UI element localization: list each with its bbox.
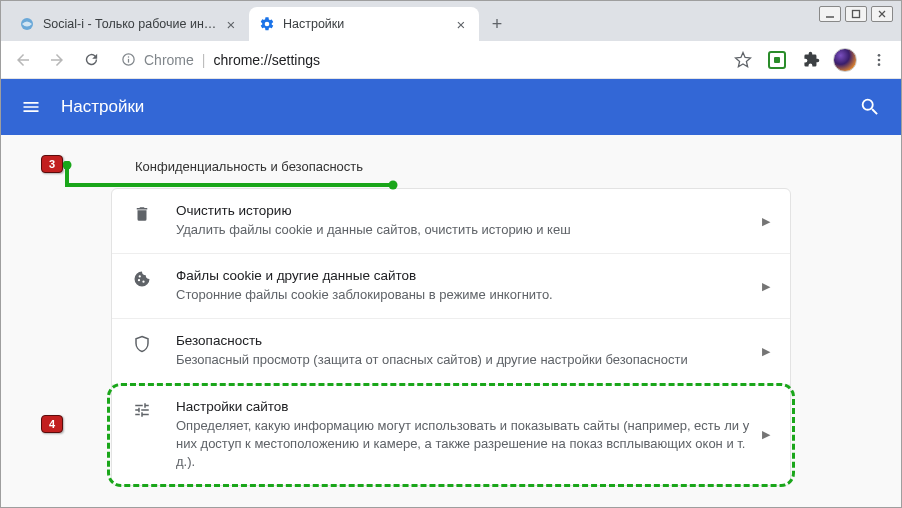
settings-card: Очистить историю Удалить файлы cookie и … [111,188,791,486]
annotation-badge-4: 4 [41,415,63,433]
settings-header: Настройки [1,79,901,135]
tab-social-i[interactable]: Social-i - Только рабочие инстр × [9,7,249,41]
close-window-button[interactable] [871,6,893,22]
forward-button[interactable] [43,46,71,74]
new-tab-button[interactable]: + [483,10,511,38]
tab-settings[interactable]: Настройки × [249,7,479,41]
reload-button[interactable] [77,46,105,74]
url-path: chrome://settings [213,52,320,68]
cookie-icon [132,270,152,288]
row-cookies[interactable]: Файлы cookie и другие данные сайтов Стор… [112,254,790,319]
minimize-button[interactable] [819,6,841,22]
site-info-icon[interactable] [121,52,136,67]
row-title: Очистить историю [176,203,752,218]
annotation-badge-3: 3 [41,155,63,173]
url-separator: | [202,52,206,68]
omnibox[interactable]: Chrome | chrome://settings [111,46,723,74]
row-security[interactable]: Безопасность Безопасный просмотр (защита… [112,319,790,384]
svg-point-6 [128,56,130,58]
tab-title: Social-i - Только рабочие инстр [43,17,219,31]
settings-title: Настройки [61,97,144,117]
svg-rect-1 [853,11,860,18]
window-controls [819,6,893,22]
row-site-settings[interactable]: Настройки сайтов Определяет, какую инфор… [112,385,790,486]
row-desc: Определяет, какую информацию могут испол… [176,417,752,472]
svg-rect-7 [128,59,129,63]
row-desc: Безопасный просмотр (защита от опасных с… [176,351,752,369]
row-title: Безопасность [176,333,752,348]
tune-icon [132,401,152,419]
svg-point-8 [878,54,881,57]
extension-button[interactable] [763,46,791,74]
shield-icon [132,335,152,353]
menu-button[interactable] [865,46,893,74]
settings-content[interactable]: 3 Конфиденциальность и безопасность Очис… [1,135,901,507]
chevron-right-icon: ▶ [762,345,770,358]
profile-avatar[interactable] [831,46,859,74]
row-clear-history[interactable]: Очистить историю Удалить файлы cookie и … [112,189,790,254]
chevron-right-icon: ▶ [762,215,770,228]
section-heading-privacy: Конфиденциальность и безопасность [111,145,791,188]
search-icon[interactable] [859,96,881,118]
chevron-right-icon: ▶ [762,280,770,293]
back-button[interactable] [9,46,37,74]
row-title: Файлы cookie и другие данные сайтов [176,268,752,283]
favicon-settings [259,16,275,32]
tab-strip: Social-i - Только рабочие инстр × Настро… [1,1,901,41]
close-tab-icon[interactable]: × [453,16,469,32]
menu-icon[interactable] [21,97,41,117]
row-title: Настройки сайтов [176,399,752,414]
row-desc: Сторонние файлы cookie заблокированы в р… [176,286,752,304]
tab-title: Настройки [283,17,449,31]
svg-point-9 [878,58,881,61]
trash-icon [132,205,152,223]
maximize-button[interactable] [845,6,867,22]
extensions-puzzle-icon[interactable] [797,46,825,74]
svg-point-11 [63,161,72,170]
chevron-right-icon: ▶ [762,428,770,441]
address-bar: Chrome | chrome://settings [1,41,901,79]
close-tab-icon[interactable]: × [223,16,239,32]
favicon-social-i [19,16,35,32]
row-desc: Удалить файлы cookie и данные сайтов, оч… [176,221,752,239]
url-protocol: Chrome [144,52,194,68]
svg-point-10 [878,63,881,66]
bookmark-button[interactable] [729,46,757,74]
